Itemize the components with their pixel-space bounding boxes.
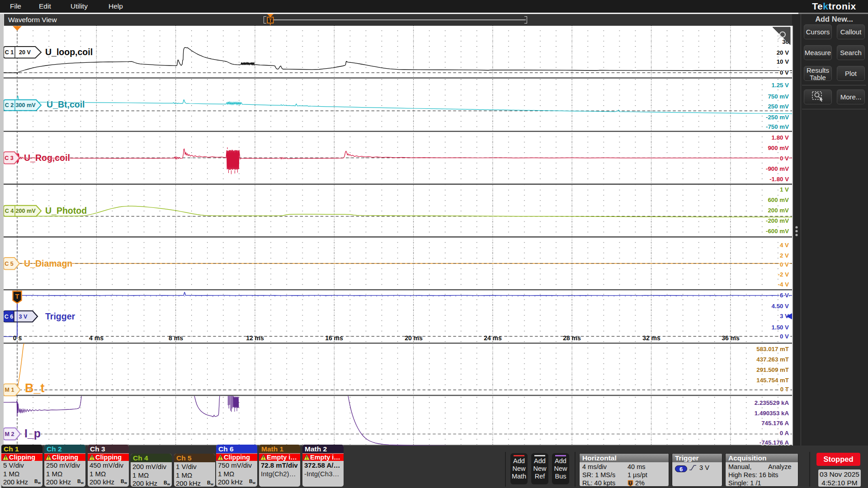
svg-text:T: T: [269, 18, 272, 23]
svg-text:-750 mV: -750 mV: [766, 123, 789, 130]
svg-text:0 V: 0 V: [780, 261, 789, 268]
svg-text:-2 V: -2 V: [778, 271, 789, 278]
svg-text:2.235529 kA: 2.235529 kA: [755, 399, 789, 406]
svg-text:B_t: B_t: [25, 381, 45, 395]
svg-text:-900 mV: -900 mV: [766, 165, 789, 172]
svg-text:20 V: 20 V: [19, 49, 31, 56]
svg-text:750 mV: 750 mV: [768, 93, 789, 100]
svg-text:583.017 mT: 583.017 mT: [756, 346, 789, 352]
svg-text:600 mV: 600 mV: [768, 197, 789, 203]
svg-text:4 V: 4 V: [780, 242, 789, 249]
svg-text:U_Photod: U_Photod: [45, 206, 87, 216]
svg-text:900 mV: 900 mV: [768, 145, 789, 151]
svg-text:C 2: C 2: [5, 102, 14, 108]
svg-text:-600 mV: -600 mV: [766, 228, 789, 235]
svg-text:4 ms: 4 ms: [89, 334, 104, 342]
svg-text:C 3: C 3: [5, 155, 14, 161]
svg-text:-745.176 A: -745.176 A: [760, 439, 789, 446]
svg-text:1.25 V: 1.25 V: [772, 82, 789, 89]
svg-text:6 V: 6 V: [780, 292, 789, 299]
svg-text:-1.80 V: -1.80 V: [769, 176, 789, 183]
svg-text:C 4: C 4: [5, 208, 14, 214]
svg-text:8 ms: 8 ms: [169, 334, 183, 342]
svg-text:1.50 V: 1.50 V: [772, 324, 789, 331]
svg-text:745.176 A: 745.176 A: [761, 420, 789, 427]
svg-text:C 6: C 6: [5, 314, 14, 320]
svg-text:12 ms: 12 ms: [246, 334, 264, 342]
svg-text:0 s: 0 s: [13, 334, 22, 342]
svg-text:T: T: [15, 293, 19, 300]
svg-text:Trigger: Trigger: [45, 311, 75, 321]
svg-text:0 V: 0 V: [780, 333, 789, 340]
svg-text:I_p: I_p: [24, 427, 41, 440]
svg-text:36 ms: 36 ms: [722, 334, 740, 342]
svg-text:32 ms: 32 ms: [642, 334, 660, 342]
svg-text:0 V: 0 V: [780, 69, 789, 76]
svg-text:T: T: [629, 481, 632, 485]
svg-text:0 T: 0 T: [780, 386, 789, 393]
svg-text:-4 V: -4 V: [778, 281, 789, 288]
svg-text:C 1: C 1: [5, 49, 14, 56]
svg-text:145.754 mT: 145.754 mT: [756, 377, 789, 384]
svg-text:250 mV: 250 mV: [768, 103, 789, 110]
svg-text:10 V: 10 V: [777, 58, 789, 65]
svg-text:300 mV: 300 mV: [15, 102, 36, 108]
svg-text:M 2: M 2: [5, 431, 14, 437]
svg-text:20 ms: 20 ms: [405, 334, 423, 342]
svg-text:3 V: 3 V: [19, 314, 28, 320]
svg-text:0 A: 0 A: [780, 430, 789, 436]
svg-text:28 ms: 28 ms: [563, 334, 581, 342]
svg-text:2 V: 2 V: [780, 252, 789, 259]
svg-text:1.80 V: 1.80 V: [772, 134, 789, 141]
svg-text:4.50 V: 4.50 V: [772, 303, 789, 310]
svg-text:0 V: 0 V: [780, 155, 789, 162]
svg-text:24 ms: 24 ms: [484, 334, 502, 342]
svg-text:200 mV: 200 mV: [15, 208, 36, 214]
svg-text:-200 mV: -200 mV: [766, 217, 789, 224]
svg-text:437.263 mT: 437.263 mT: [756, 356, 789, 363]
svg-text:U_loop,coil: U_loop,coil: [45, 47, 93, 57]
svg-text:U_Bt,coil: U_Bt,coil: [47, 99, 85, 109]
svg-text:20 V: 20 V: [777, 49, 789, 56]
svg-text:U_Rog,coil: U_Rog,coil: [24, 153, 70, 163]
svg-text:M 1: M 1: [5, 387, 14, 393]
svg-text:16 ms: 16 ms: [325, 334, 343, 342]
svg-text:1.490353 kA: 1.490353 kA: [755, 410, 789, 417]
svg-text:U_Diamagn: U_Diamagn: [24, 258, 72, 268]
svg-text:200 mV: 200 mV: [768, 207, 789, 214]
svg-text:291.509 mT: 291.509 mT: [756, 366, 789, 373]
svg-text:1 V: 1 V: [780, 186, 789, 193]
svg-text:-250 mV: -250 mV: [766, 114, 789, 121]
svg-text:C 5: C 5: [5, 261, 14, 267]
